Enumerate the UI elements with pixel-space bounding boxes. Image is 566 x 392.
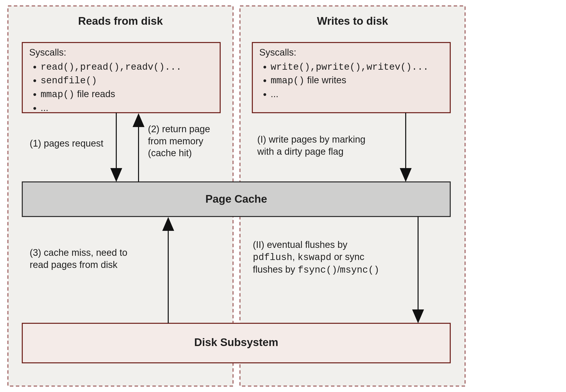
writes-syscalls-heading: Syscalls: [259,47,296,58]
writes-syscall-line2: mmap() file writes [271,74,447,87]
reads-syscalls-content: Syscalls: read(),pread(),readv()... send… [29,46,217,115]
reads-syscall-line2: sendfile() [41,74,217,87]
writes-syscall-1-code: write(),pwrite(),writev()... [271,62,429,72]
reads-syscall-line4: ... [41,102,217,114]
diagram-root: Reads from disk Writes to disk Syscalls:… [0,0,566,392]
reads-step3-l1: (3) cache miss, need to [30,247,127,258]
reads-syscalls-heading: Syscalls: [29,47,66,58]
writes-syscall-line3: ... [271,88,447,100]
writes-stepII-l2-post: or sync [331,252,364,262]
writes-stepII-l1: (II) eventual flushes by [253,240,347,250]
writes-syscall-2-text: file writes [307,75,346,85]
reads-syscall-3-text: file reads [77,89,115,99]
reads-title: Reads from disk [8,15,233,27]
reads-step2-l3: (cache hit) [148,148,192,158]
writes-stepII-l2-m2: kswapd [298,252,331,263]
writes-stepII-l2-m1: pdflush [253,252,292,263]
writes-syscall-line1: write(),pwrite(),writev()... [271,61,447,73]
reads-step1-label: (1) pages request [30,137,114,150]
reads-syscall-1-code: read(),pread(),readv()... [41,62,182,72]
reads-step2-l2: from memory [148,136,203,146]
reads-step2-label: (2) return page from memory (cache hit) [148,123,232,159]
writes-stepI-l1: (I) write pages by marking [257,134,365,145]
writes-stepI-l2: with a dirty page flag [257,146,344,157]
writes-syscalls-content: Syscalls: write(),pwrite(),writev()... m… [259,46,447,101]
reads-syscall-2-code: sendfile() [41,75,97,86]
reads-syscall-line1: read(),pread(),readv()... [41,61,217,73]
writes-syscall-3-text: ... [271,89,279,99]
writes-stepII-l2-mid: , [292,252,298,262]
reads-syscall-3-code: mmap() [41,89,74,100]
writes-stepII-l3-m1: fsync() [298,265,337,275]
writes-syscall-2-code: mmap() [271,75,305,86]
writes-stepII-l3-m2: msync() [340,265,379,275]
writes-stepI-label: (I) write pages by marking with a dirty … [257,133,396,157]
disk-subsystem-label: Disk Subsystem [22,336,450,348]
writes-stepII-l3-sep: / [337,264,340,275]
reads-syscall-4-text: ... [41,103,48,113]
page-cache-label: Page Cache [22,193,450,205]
reads-step3-label: (3) cache miss, need to read pages from … [30,247,158,271]
reads-step2-l1: (2) return page [148,124,210,134]
writes-stepII-label: (II) eventual flushes by pdflush, kswapd… [253,239,411,276]
writes-stepII-l3-pre: flushes by [253,264,298,275]
reads-syscall-line3: mmap() file reads [41,88,217,101]
writes-title: Writes to disk [240,15,465,27]
reads-step3-l2: read pages from disk [30,260,118,270]
